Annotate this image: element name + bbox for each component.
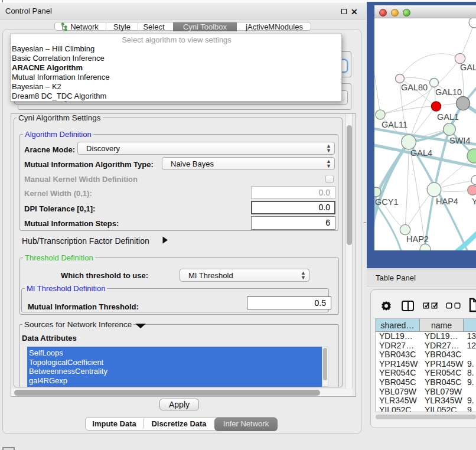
svg-text:GAL80: GAL80 bbox=[401, 83, 428, 92]
svg-text:SWI4: SWI4 bbox=[449, 136, 470, 145]
svg-text:GAL7: GAL7 bbox=[460, 63, 476, 72]
svg-text:HAP2: HAP2 bbox=[406, 234, 429, 244]
svg-text:HAP4: HAP4 bbox=[436, 197, 458, 206]
svg-text:Y: Y bbox=[472, 197, 476, 206]
svg-text:GAL11: GAL11 bbox=[382, 120, 407, 129]
svg-text:GAL10: GAL10 bbox=[435, 87, 462, 97]
svg-text:GAL1: GAL1 bbox=[437, 112, 459, 122]
svg-text:GCY1: GCY1 bbox=[375, 197, 399, 207]
svg-text:GAL4: GAL4 bbox=[410, 148, 432, 158]
